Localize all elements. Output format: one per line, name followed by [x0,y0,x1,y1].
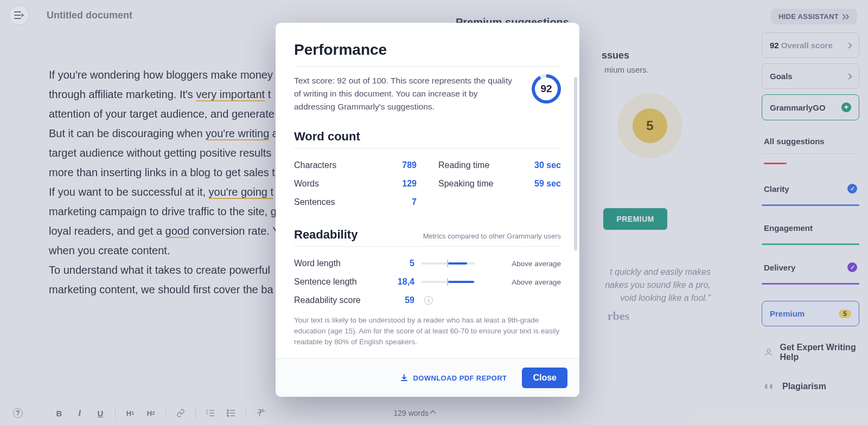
download-pdf-button[interactable]: DOWNLOAD PDF REPORT [400,374,507,382]
modal-scrollbar[interactable] [574,55,577,337]
readability-score-stat: Readability score 59 i [294,291,561,310]
score-ring-value: 92 [540,83,552,95]
info-icon[interactable]: i [424,296,433,305]
readability-subtitle: Metrics compared to other Grammarly user… [423,232,561,240]
sentence-length-stat: Sentence length 18,4 Above average [294,273,561,291]
modal-footer: DOWNLOAD PDF REPORT Close [276,358,579,397]
performance-description: Text score: 92 out of 100. This score re… [294,74,519,113]
characters-stat: Characters789 [294,156,417,175]
close-button[interactable]: Close [522,368,567,388]
words-stat: Words129 [294,175,417,193]
word-count-heading: Word count [294,130,561,144]
performance-heading: Performance [294,41,561,59]
readability-heading: Readability Metrics compared to other Gr… [294,228,561,242]
speaking-time-stat: Speaking time59 sec [438,175,561,193]
download-icon [400,374,409,382]
sentences-stat: Sentences7 [294,193,417,211]
performance-modal: Performance Text score: 92 out of 100. T… [276,23,579,397]
sentence-length-bar [421,281,475,283]
word-length-bar [421,262,475,265]
word-length-stat: Word length 5 Above average [294,254,561,273]
readability-description: Your text is likely to be understood by … [294,315,561,347]
score-ring: 92 [532,74,561,104]
reading-time-stat: Reading time30 sec [438,156,561,175]
